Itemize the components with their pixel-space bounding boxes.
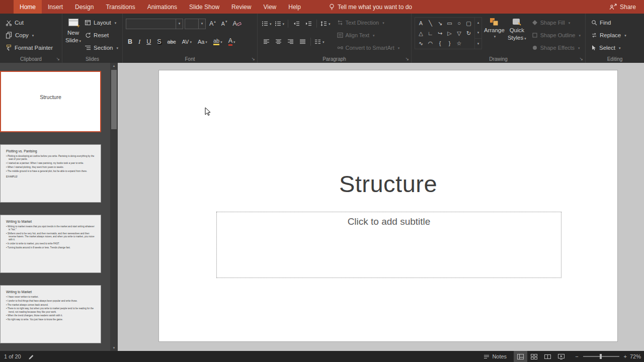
reading-view-button[interactable] [541, 351, 554, 362]
lightbulb-icon [329, 4, 335, 11]
shape-left-brace[interactable]: { [435, 38, 445, 48]
font-color-button[interactable]: A ▾ [226, 36, 237, 47]
find-button[interactable]: Find [589, 17, 642, 28]
shape-elbow[interactable]: ∟ [426, 28, 435, 38]
italic-button[interactable]: I [136, 36, 142, 47]
zoom-in-button[interactable]: + [624, 353, 627, 359]
notes-toggle-button[interactable]: Notes [476, 353, 514, 359]
tell-me-box[interactable]: Tell me what you want to do [329, 0, 412, 14]
tab-animations[interactable]: Animations [141, 0, 183, 14]
align-text-label: Align Text [346, 32, 370, 38]
shape-scribble[interactable]: ∿ [416, 38, 426, 48]
slide-title[interactable]: Structure [159, 170, 617, 198]
shape-arc[interactable]: ◠ [426, 38, 435, 48]
bullets-button[interactable]: ▾ [261, 18, 273, 29]
scrollbar-up-icon[interactable]: ▴ [110, 63, 118, 69]
increase-font-size-button[interactable]: A▴ [207, 18, 218, 29]
shape-oval[interactable]: ○ [454, 18, 464, 28]
arrange-button[interactable]: Arrange ▾ [484, 16, 505, 54]
shape-rectangle[interactable]: ▭ [445, 18, 454, 28]
app-icon[interactable] [0, 0, 14, 14]
select-button[interactable]: Select ▾ [589, 42, 642, 53]
drawing-dialog-launcher-icon[interactable]: ↘ [579, 57, 583, 61]
font-size-caret-icon[interactable]: ▾ [198, 19, 205, 29]
scrollbar-down-icon[interactable]: ▾ [110, 345, 118, 351]
tab-transitions[interactable]: Transitions [100, 0, 141, 14]
subtitle-placeholder[interactable]: Click to add subtitle [216, 212, 561, 278]
shape-circular-arrow[interactable]: ↻ [464, 28, 473, 38]
panel-scrollbar[interactable]: ▴ ▾ [110, 63, 118, 351]
scrollbar-thumb[interactable] [111, 70, 117, 129]
strikethrough-button[interactable]: abc [166, 36, 178, 47]
zoom-percentage[interactable]: 72% [630, 353, 644, 359]
bold-button[interactable]: B [126, 36, 134, 47]
align-right-button[interactable] [285, 36, 296, 47]
font-dialog-launcher-icon[interactable]: ↘ [251, 57, 255, 61]
normal-view-button[interactable] [514, 351, 527, 362]
font-size-combobox[interactable]: ▾ [185, 19, 206, 29]
shape-down-arrow[interactable]: ▽ [454, 28, 464, 38]
slide-thumbnail-1[interactable]: Structure [0, 71, 101, 132]
shape-star[interactable]: ☆ [454, 38, 464, 48]
replace-button[interactable]: Replace ▾ [589, 30, 642, 41]
shape-line[interactable]: ╲ [426, 18, 435, 28]
tab-design[interactable]: Design [69, 0, 100, 14]
slide-thumbnail-3[interactable]: Writing to Market Writing to market mean… [0, 215, 101, 273]
tab-slide-show[interactable]: Slide Show [183, 0, 225, 14]
underline-button[interactable]: U [144, 36, 153, 47]
shape-triangle[interactable]: △ [416, 28, 426, 38]
tab-help[interactable]: Help [282, 0, 307, 14]
new-slide-button[interactable]: New Slide▾ [65, 16, 81, 54]
font-color-label: A [228, 38, 232, 46]
clipboard-dialog-launcher-icon[interactable]: ↘ [56, 57, 60, 61]
quick-styles-button[interactable]: Quick Styles▾ [507, 16, 527, 54]
tab-insert[interactable]: Insert [42, 0, 69, 14]
align-center-button[interactable] [273, 36, 284, 47]
tab-review[interactable]: Review [225, 0, 257, 14]
shape-curved-arrow[interactable]: ↪ [435, 28, 445, 38]
shapes-more-icon[interactable]: ▾ [475, 38, 481, 49]
shape-text-box[interactable]: A [416, 18, 426, 28]
numbering-button[interactable]: ▾ [274, 18, 286, 29]
font-name-caret-icon[interactable]: ▾ [176, 19, 183, 29]
shape-right-brace[interactable]: } [445, 38, 454, 48]
align-left-button[interactable] [261, 36, 272, 47]
tab-view[interactable]: View [257, 0, 282, 14]
line-spacing-button[interactable]: ▾ [319, 18, 332, 29]
decrease-font-size-button[interactable]: A▾ [219, 18, 229, 29]
slide-sorter-view-button[interactable] [527, 351, 541, 362]
change-case-button[interactable]: Aa ▾ [196, 36, 209, 47]
shapes-scroll-up-icon[interactable]: ▴ [475, 18, 481, 28]
text-highlight-color-button[interactable]: ab ▾ [211, 36, 224, 47]
paragraph-dialog-launcher-icon[interactable]: ↘ [405, 57, 409, 61]
zoom-slider-thumb[interactable] [600, 354, 602, 359]
shapes-scroll-down-icon[interactable]: ▾ [475, 28, 481, 38]
cut-button[interactable]: Cut [3, 17, 60, 28]
slide-thumbnail-2[interactable]: Plotting vs. Pantsing Plotting is develo… [0, 144, 101, 203]
shape-right-arrow[interactable]: ▷ [445, 28, 454, 38]
shape-arrow[interactable]: ↘ [435, 18, 445, 28]
slide-thumbnail-4[interactable]: Writing to Market I have never written t… [0, 285, 101, 343]
share-button[interactable]: Share [601, 0, 644, 14]
reset-button[interactable]: Reset [82, 30, 121, 41]
increase-indent-button[interactable] [303, 18, 314, 29]
slide-editor[interactable]: Structure Click to add subtitle [158, 70, 618, 342]
font-name-combobox[interactable]: ▾ [126, 19, 183, 29]
layout-button[interactable]: Layout ▾ [82, 17, 121, 28]
tab-home[interactable]: Home [14, 0, 42, 14]
copy-button[interactable]: Copy ▾ [3, 30, 60, 41]
slides-group-label: Slides [62, 56, 122, 62]
format-painter-button[interactable]: Format Painter [3, 42, 60, 53]
columns-button[interactable]: ▾ [313, 36, 326, 47]
justify-button[interactable] [297, 36, 308, 47]
shape-rounded-rectangle[interactable]: ▢ [464, 18, 473, 28]
text-shadow-button[interactable]: S [155, 36, 163, 47]
section-button[interactable]: Section ▾ [82, 42, 121, 53]
zoom-out-button[interactable]: − [575, 353, 578, 359]
decrease-indent-button[interactable] [291, 18, 302, 29]
clear-formatting-button[interactable]: A [230, 18, 243, 29]
zoom-slider[interactable] [583, 356, 619, 357]
pen-icon[interactable] [28, 353, 35, 359]
slide-show-button[interactable] [554, 351, 568, 362]
character-spacing-button[interactable]: AV ▾ [180, 36, 194, 47]
